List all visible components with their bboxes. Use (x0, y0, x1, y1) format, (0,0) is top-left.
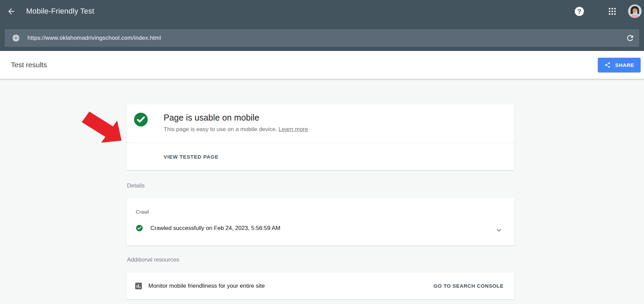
url-bar[interactable]: https://www.oklahomadrivingschool.com/in… (5, 29, 639, 47)
results-toolbar: Test results SHARE (0, 51, 644, 79)
app-title: Mobile-Friendly Test (26, 7, 94, 16)
globe-icon (12, 34, 20, 42)
red-arrow-annotation (78, 108, 126, 145)
go-to-search-console-button[interactable]: GO TO SEARCH CONSOLE (434, 283, 503, 289)
bar-chart-icon (134, 282, 143, 290)
help-icon: ? (577, 7, 582, 16)
resources-text: Monitor mobile friendliness for your ent… (148, 283, 265, 289)
verdict-text-block: Page is usable on mobile This page is ea… (164, 112, 308, 133)
verdict-card: Page is usable on mobile This page is ea… (127, 104, 514, 170)
learn-more-link[interactable]: Learn more (279, 126, 308, 132)
content-area: Page is usable on mobile This page is ea… (0, 104, 644, 299)
tested-url[interactable]: https://www.oklahomadrivingschool.com/in… (27, 35, 161, 41)
crawl-status-row[interactable]: Crawled successfully on Feb 24, 2023, 5:… (136, 225, 514, 232)
verdict-description-text: This page is easy to use on a mobile dev… (164, 126, 277, 132)
avatar (628, 4, 642, 18)
share-button[interactable]: SHARE (598, 58, 641, 72)
resources-section-label: Additional resources (127, 256, 514, 263)
page-title: Test results (11, 61, 47, 69)
crawl-status-text: Crawled successfully on Feb 24, 2023, 5:… (150, 225, 280, 232)
refresh-button[interactable] (626, 34, 634, 42)
crawl-card-label: Crawl (136, 209, 514, 215)
verdict-heading: Page is usable on mobile (164, 112, 308, 123)
app-bar-actions: ? (575, 4, 644, 18)
apps-grid-button[interactable] (608, 7, 617, 16)
results-column: Page is usable on mobile This page is ea… (127, 104, 514, 299)
app-header: Mobile-Friendly Test ? (0, 0, 644, 51)
refresh-icon (626, 34, 634, 42)
details-section-label: Details (127, 182, 514, 189)
view-tested-page-button[interactable]: VIEW TESTED PAGE (164, 154, 219, 160)
mobile-friendly-test-app: Mobile-Friendly Test ? (0, 0, 644, 304)
apps-grid-icon (608, 7, 617, 16)
resources-card: Monitor mobile friendliness for your ent… (127, 272, 514, 299)
app-bar: Mobile-Friendly Test ? (0, 0, 644, 22)
share-icon (604, 62, 611, 68)
check-circle-icon (136, 225, 143, 232)
account-avatar[interactable] (628, 4, 642, 18)
verdict-description: This page is easy to use on a mobile dev… (164, 126, 308, 133)
chevron-down-icon (494, 226, 503, 235)
check-circle-icon (133, 112, 148, 127)
arrow-back-icon (7, 7, 16, 16)
back-button[interactable] (7, 7, 16, 16)
expand-crawl-button[interactable] (494, 226, 503, 235)
verdict-main: Page is usable on mobile This page is ea… (127, 104, 514, 143)
share-button-label: SHARE (615, 62, 634, 68)
verdict-action-row: VIEW TESTED PAGE (127, 143, 514, 170)
help-button[interactable]: ? (575, 7, 584, 16)
crawl-card: Crawl Crawled successfully on Feb 24, 20… (127, 198, 514, 246)
